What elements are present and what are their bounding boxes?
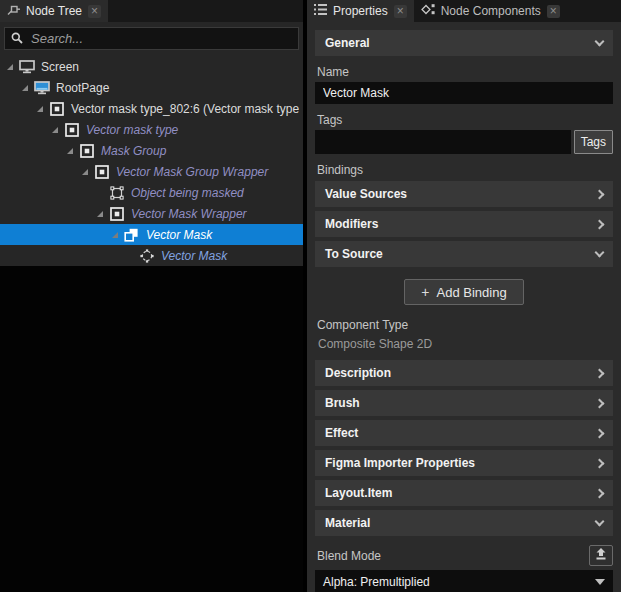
section-material[interactable]: Material — [315, 510, 613, 536]
tree-row-label: Vector Mask — [146, 228, 212, 242]
tab-label: Node Tree — [26, 4, 82, 18]
tree-empty-area — [0, 266, 303, 592]
tags-label: Tags — [317, 113, 611, 127]
section-modifiers[interactable]: Modifiers — [315, 211, 613, 237]
node-2d-icon — [93, 164, 110, 179]
expand-arrow-icon[interactable] — [96, 209, 108, 219]
search-input[interactable] — [29, 30, 292, 47]
expand-arrow-icon[interactable] — [81, 167, 93, 177]
chevron-right-icon — [595, 219, 605, 229]
section-label: General — [325, 36, 370, 50]
revert-property-button[interactable] — [589, 545, 613, 566]
name-field[interactable] — [315, 82, 613, 104]
chevron-right-icon — [595, 398, 605, 408]
section-label: Brush — [325, 396, 360, 410]
tab-label: Properties — [333, 4, 388, 18]
chevron-down-icon — [595, 247, 605, 257]
chevron-right-icon — [595, 189, 605, 199]
tree-row-vector-mask-type[interactable]: Vector mask type — [0, 119, 303, 140]
search-area — [0, 22, 303, 53]
composite-shape-2d-icon — [123, 227, 140, 242]
screen-icon — [18, 59, 35, 74]
blend-mode-row: Blend Mode — [315, 545, 613, 566]
expand-arrow-icon[interactable] — [66, 146, 78, 156]
tree-row-vector-mask-wrapper[interactable]: Vector Mask Wrapper — [0, 203, 303, 224]
tree-row-label: Vector Mask Wrapper — [131, 207, 247, 221]
tab-node-components[interactable]: Node Components × — [414, 0, 567, 22]
expand-arrow-icon[interactable] — [36, 104, 48, 114]
blend-mode-label: Blend Mode — [317, 549, 587, 563]
right-tabbar: Properties × Node Components × — [307, 0, 621, 22]
node-2d-icon — [78, 143, 95, 158]
section-description[interactable]: Description — [315, 360, 613, 386]
tree-row-label: Mask Group — [101, 144, 166, 158]
chevron-down-icon — [595, 516, 605, 526]
tree-row-label: Vector mask type_802:6 (Vector mask type — [71, 102, 299, 116]
tree-row-screen[interactable]: Screen — [0, 56, 303, 77]
section-figma-importer-properties[interactable]: Figma Importer Properties — [315, 450, 613, 476]
section-value-sources[interactable]: Value Sources — [315, 181, 613, 207]
properties-panel: Properties × Node Components × General N… — [307, 0, 621, 592]
section-to-source[interactable]: To Source — [315, 241, 613, 267]
revert-upload-icon — [595, 548, 607, 563]
tree-row-label: Vector Mask Group Wrapper — [116, 165, 268, 179]
section-label: Description — [325, 366, 391, 380]
blend-mode-value: Alpha: Premultiplied — [323, 575, 430, 589]
chevron-right-icon — [595, 458, 605, 468]
tree-row-label: Vector Mask — [161, 249, 227, 263]
expand-arrow-icon[interactable] — [111, 230, 123, 240]
section-effect[interactable]: Effect — [315, 420, 613, 446]
expand-arrow-icon[interactable] — [51, 125, 63, 135]
properties-list-icon — [314, 4, 327, 18]
root-page-icon — [33, 80, 50, 95]
expand-arrow-icon[interactable] — [21, 83, 33, 93]
section-brush[interactable]: Brush — [315, 390, 613, 416]
chevron-down-icon — [595, 36, 605, 46]
tab-properties[interactable]: Properties × — [307, 0, 414, 22]
add-binding-button[interactable]: + Add Binding — [404, 279, 523, 305]
ellipse-path-icon — [138, 248, 155, 263]
tree-row-vector-mask-type-802[interactable]: Vector mask type_802:6 (Vector mask type — [0, 98, 303, 119]
tree-row-label: Object being masked — [131, 186, 244, 200]
section-label: To Source — [325, 247, 383, 261]
tree-row-vector-mask-selected[interactable]: Vector Mask — [0, 224, 303, 245]
node-tree-icon — [7, 3, 20, 19]
close-icon[interactable]: × — [394, 5, 407, 18]
close-icon[interactable]: × — [88, 5, 101, 18]
component-type-label: Component Type — [317, 318, 611, 332]
bindings-label: Bindings — [317, 163, 611, 177]
chevron-right-icon — [595, 368, 605, 378]
tree-row-object-being-masked[interactable]: Object being masked — [0, 182, 303, 203]
selection-bounds-icon — [108, 185, 125, 200]
expand-arrow-icon[interactable] — [6, 62, 18, 72]
tree-row-rootpage[interactable]: RootPage — [0, 77, 303, 98]
close-icon[interactable]: × — [547, 5, 560, 18]
tags-field[interactable] — [315, 130, 571, 154]
section-layout-item[interactable]: Layout.Item — [315, 480, 613, 506]
tab-node-tree[interactable]: Node Tree × — [0, 0, 108, 22]
tags-button[interactable]: Tags — [574, 130, 613, 154]
node-2d-icon — [108, 206, 125, 221]
chevron-right-icon — [595, 488, 605, 498]
plus-icon: + — [421, 284, 429, 300]
chevron-right-icon — [595, 428, 605, 438]
tree-row-label: RootPage — [56, 81, 109, 95]
section-general[interactable]: General — [315, 30, 613, 56]
tree-row-label: Screen — [41, 60, 79, 74]
left-tabbar: Node Tree × — [0, 0, 303, 22]
tree-row-vector-mask-group-wrapper[interactable]: Vector Mask Group Wrapper — [0, 161, 303, 182]
add-binding-label: Add Binding — [437, 285, 507, 300]
node-tree-panel: Node Tree × Screen RootPage — [0, 0, 307, 592]
component-type-value: Composite Shape 2D — [318, 337, 611, 351]
search-box — [4, 27, 299, 50]
node-2d-icon — [48, 101, 65, 116]
tab-label: Node Components — [441, 4, 541, 18]
tree-row-vector-mask-child[interactable]: Vector Mask — [0, 245, 303, 266]
name-label: Name — [317, 65, 611, 79]
blend-mode-dropdown[interactable]: Alpha: Premultiplied — [315, 570, 613, 592]
section-label: Figma Importer Properties — [325, 456, 475, 470]
tree-row-mask-group[interactable]: Mask Group — [0, 140, 303, 161]
node-tree: Screen RootPage Vector mask type_802:6 (… — [0, 53, 303, 266]
section-label: Value Sources — [325, 187, 407, 201]
app-window: Node Tree × Screen RootPage — [0, 0, 621, 592]
